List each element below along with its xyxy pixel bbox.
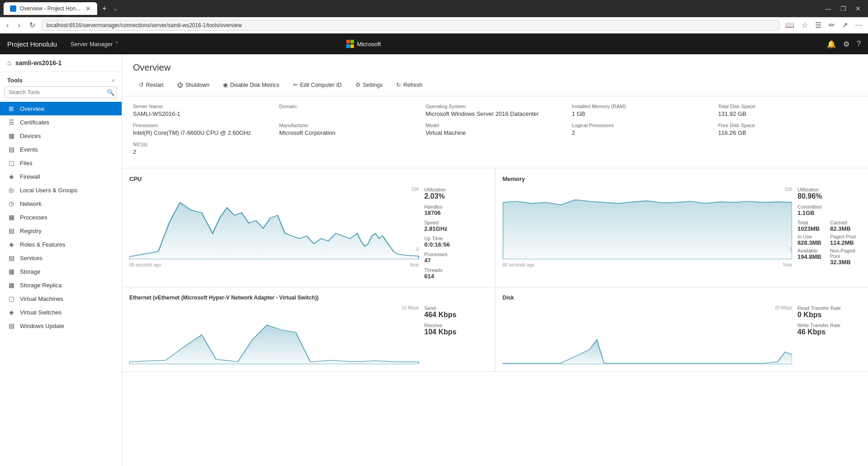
memory-paged-pool: Paged Pool 114.2MB	[830, 234, 861, 246]
os-item: Operating System: Microsoft Windows Serv…	[425, 104, 565, 117]
sidebar-item-local-users[interactable]: ◎ Local Users & Groups	[0, 183, 122, 197]
info-grid-row1: Server Name: SAMLI-WS2016-1 Domain: Oper…	[133, 104, 857, 117]
address-input[interactable]	[42, 20, 779, 31]
sidebar-item-events[interactable]: ▤ Events	[0, 143, 122, 156]
sidebar-item-windows-update[interactable]: ▤ Windows Update	[0, 319, 122, 333]
disk-stats: Read Transfer Rate 0 Kbps Write Transfer…	[797, 305, 861, 364]
app-header: Project Honolulu Server Manager ˅ Micros…	[0, 33, 868, 54]
installed-memory-item: Installed Memory (RAM): 1 GB	[572, 104, 711, 117]
svg-marker-1	[503, 200, 793, 259]
share-button[interactable]: ↗	[840, 20, 850, 30]
active-tab[interactable]: Overview - Project Hon... ✕	[4, 2, 97, 15]
back-button[interactable]: ‹	[4, 19, 11, 31]
network-receive-label: Receive	[425, 323, 488, 328]
sidebar-item-processes[interactable]: ▦ Processes	[0, 210, 122, 224]
memory-cached-label: Cached	[830, 220, 861, 225]
server-name-label: samli-ws2016-1	[15, 59, 62, 67]
shutdown-button[interactable]: ⏻ Shutdown	[171, 78, 215, 91]
reload-button[interactable]: ↻	[27, 19, 38, 31]
disk-chart-panel: Disk 20 Mbps	[495, 287, 868, 371]
sidebar-item-registry[interactable]: ▤ Registry	[0, 224, 122, 238]
settings-button[interactable]: ⚙ Settings	[349, 78, 388, 91]
svg-marker-0	[129, 202, 419, 259]
memory-chart-panel: Memory 100	[495, 168, 868, 287]
logical-proc-label: Logical Processors	[572, 123, 711, 128]
registry-label: Registry	[20, 228, 42, 234]
sidebar-item-files[interactable]: ▢ Files	[0, 156, 122, 170]
model-item: Model Virtual Machine	[425, 123, 565, 136]
network-send: Send 464 Kbps	[425, 305, 488, 319]
forward-button[interactable]: ›	[15, 19, 23, 31]
settings-label: Settings	[363, 82, 382, 88]
sidebar-item-storage-replica[interactable]: ▦ Storage Replica	[0, 278, 122, 292]
restart-button[interactable]: ↺ Restart	[133, 78, 170, 91]
network-chart-panel: Ethernet (vEthernet (Microsoft Hyper-V N…	[122, 287, 495, 371]
nics-label: NIC(s)	[133, 142, 272, 147]
sidebar-item-firewall[interactable]: ◈ Firewall	[0, 170, 122, 183]
local-users-icon: ◎	[7, 186, 15, 194]
memory-available-label: Available	[797, 248, 828, 253]
bookmark-button[interactable]: ☆	[799, 20, 810, 30]
sidebar-item-certificates[interactable]: ☰ Certificates	[0, 115, 122, 129]
network-stats: Send 464 Kbps Receive 104 Kbps	[425, 305, 488, 364]
sidebar-item-services[interactable]: ▤ Services	[0, 251, 122, 265]
new-tab-button[interactable]: +	[99, 4, 109, 14]
sidebar-item-roles[interactable]: ◈ Roles & Features	[0, 238, 122, 251]
cpu-time-start: 60 seconds ago	[129, 262, 161, 267]
server-manager-chevron: ˅	[115, 41, 118, 48]
server-manager-dropdown[interactable]: Server Manager ˅	[66, 38, 123, 50]
sidebar-item-network[interactable]: ◷ Network	[0, 197, 122, 210]
overview-icon: ⊞	[7, 105, 15, 112]
sidebar-item-overview[interactable]: ⊞ Overview	[0, 102, 122, 115]
total-disk-label: Total Disk Space:	[718, 104, 857, 109]
disk-chart-title: Disk	[503, 295, 861, 301]
server-manager-label: Server Manager	[71, 41, 113, 48]
processes-icon: ▦	[7, 214, 15, 221]
refresh-button[interactable]: ↻ Refresh	[390, 78, 428, 91]
tab-close-button[interactable]: ✕	[85, 5, 91, 12]
files-label: Files	[20, 160, 32, 166]
annotation-button[interactable]: ✏	[826, 20, 837, 30]
certificates-label: Certificates	[20, 119, 49, 126]
disable-disk-metrics-button[interactable]: ◉ Disable Disk Metrics	[217, 78, 285, 91]
os-label: Operating System:	[425, 104, 565, 109]
cpu-utilization-value: 2.03%	[425, 192, 488, 200]
maximize-button[interactable]: ❐	[837, 4, 850, 13]
settings-icon[interactable]: ⚙	[843, 40, 849, 48]
search-box: 🔍	[5, 86, 117, 98]
ms-sq-red	[346, 40, 350, 43]
tab-dropdown-button[interactable]: ⌄	[111, 5, 119, 12]
domain-label: Domain:	[279, 104, 419, 109]
sidebar-item-virtual-machines[interactable]: ▢ Virtual Machines	[0, 292, 122, 305]
cpu-threads-value: 614	[425, 273, 488, 280]
sidebar-item-storage[interactable]: ▦ Storage	[0, 265, 122, 278]
sidebar-item-virtual-switches[interactable]: ◈ Virtual Switches	[0, 305, 122, 319]
hub-button[interactable]: ☰	[813, 20, 824, 30]
network-receive: Receive 104 Kbps	[425, 323, 488, 336]
disk-read-label: Read Transfer Rate	[797, 305, 861, 311]
content-area: Overview ↺ Restart ⏻ Shutdown ◉ Disable …	[122, 54, 868, 466]
memory-in-use-value: 828.3MB	[797, 239, 828, 246]
disk-metrics-icon: ◉	[223, 81, 228, 88]
local-users-label: Local Users & Groups	[20, 187, 77, 194]
sidebar-item-devices[interactable]: ▦ Devices	[0, 129, 122, 143]
home-icon[interactable]: ⌂	[7, 59, 12, 67]
cpu-scale-bottom: 0	[416, 247, 419, 252]
more-button[interactable]: ⋯	[853, 20, 864, 30]
minimize-button[interactable]: —	[821, 4, 835, 13]
close-button[interactable]: ✕	[852, 4, 864, 13]
overview-header: Overview ↺ Restart ⏻ Shutdown ◉ Disable …	[122, 54, 868, 96]
cpu-uptime: Up Time 0:0:16:56	[425, 236, 488, 248]
notification-icon[interactable]: 🔔	[827, 40, 836, 48]
cpu-processes: Processes 47	[425, 252, 488, 264]
cpu-processes-label: Processes	[425, 252, 488, 257]
collapse-sidebar-button[interactable]: ‹	[112, 76, 114, 84]
search-tools-input[interactable]	[5, 86, 117, 98]
svg-marker-3	[503, 340, 793, 364]
help-icon[interactable]: ?	[857, 40, 861, 48]
reader-mode-button[interactable]: 📖	[783, 20, 797, 30]
edit-computer-id-button[interactable]: ✏ Edit Computer ID	[287, 78, 348, 91]
storage-replica-label: Storage Replica	[20, 282, 62, 289]
nics-value: 2	[133, 148, 272, 155]
nav-items: ⊞ Overview ☰ Certificates ▦ Devices ▤ Ev…	[0, 102, 122, 466]
